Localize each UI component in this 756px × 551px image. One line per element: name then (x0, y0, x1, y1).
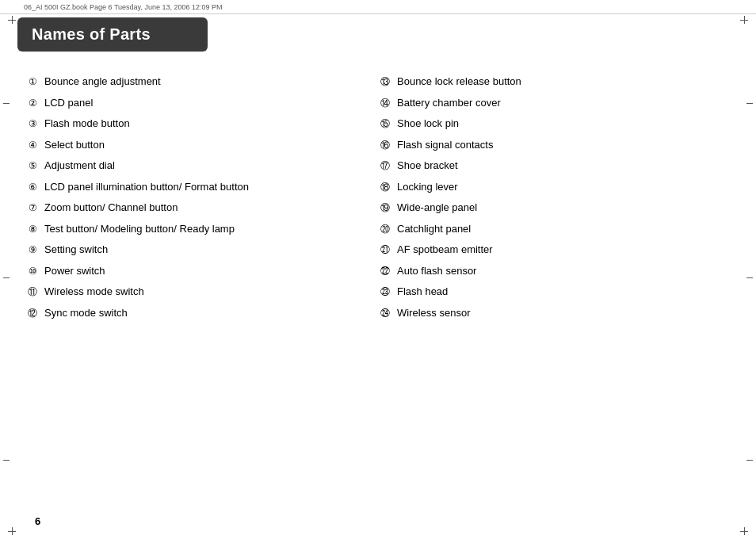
list-item: ⑳ Catchlight panel (378, 221, 731, 237)
side-mark-left-bot (3, 460, 10, 461)
item-text: Battery chamber cover (397, 95, 501, 111)
list-item: ⑭ Battery chamber cover (378, 95, 731, 111)
item-text: Test button/ Modeling button/ Ready lamp (44, 221, 235, 237)
list-item: ② LCD panel (25, 95, 378, 111)
item-text: LCD panel illumination button/ Format bu… (44, 179, 249, 195)
side-mark-right-mid (746, 277, 753, 278)
item-number: ⑰ (378, 161, 392, 170)
item-number: ⑫ (25, 308, 40, 318)
list-item: ⑯ Flash signal contacts (378, 137, 731, 153)
item-number: ⑦ (25, 203, 40, 212)
side-mark-left-mid (3, 277, 10, 278)
list-item: ㉒ Auto flash sensor (378, 263, 731, 279)
side-mark-right-bot (746, 460, 753, 461)
top-bar: 06_AI 500I GZ.book Page 6 Tuesday, June … (0, 0, 756, 14)
item-number: ④ (25, 140, 40, 150)
item-number: ⑪ (25, 287, 40, 297)
corner-mark-br (740, 527, 748, 535)
title-banner: Names of Parts (17, 17, 208, 52)
item-number: ⑨ (25, 245, 40, 254)
item-number: ⑤ (25, 161, 40, 170)
right-column: ⑬ Bounce lock release button ⑭ Battery c… (378, 74, 731, 320)
item-number: ① (25, 77, 40, 86)
item-number: ③ (25, 119, 40, 128)
item-text: Wireless mode switch (44, 284, 144, 300)
list-item: ㉓ Flash head (378, 284, 731, 300)
list-item: ⑩ Power switch (25, 263, 378, 279)
list-item: ④ Select button (25, 137, 378, 153)
list-item: ⑫ Sync mode switch (25, 305, 378, 321)
list-item: ⑥ LCD panel illumination button/ Format … (25, 179, 378, 195)
item-number: ㉓ (378, 287, 392, 297)
item-number: ⑧ (25, 224, 40, 234)
list-item: ⑮ Shoe lock pin (378, 116, 731, 132)
list-item: ⑦ Zoom button/ Channel button (25, 200, 378, 216)
list-item: ③ Flash mode button (25, 116, 378, 132)
item-text: Select button (44, 137, 105, 153)
item-number: ㉔ (378, 308, 392, 318)
corner-mark-tr (740, 16, 748, 24)
item-text: Locking lever (397, 179, 458, 195)
item-text: LCD panel (44, 95, 93, 111)
item-number: ⑳ (378, 224, 392, 234)
content-area: Names of Parts ① Bounce angle adjustment… (17, 17, 739, 534)
item-text: Adjustment dial (44, 158, 115, 174)
parts-list: ① Bounce angle adjustment ② LCD panel ③ … (17, 74, 739, 320)
list-item: ⑤ Adjustment dial (25, 158, 378, 174)
corner-mark-tl (8, 16, 16, 24)
page-number: 6 (35, 515, 40, 527)
item-number: ⑬ (378, 77, 392, 86)
left-column: ① Bounce angle adjustment ② LCD panel ③ … (25, 74, 378, 320)
page-container: 06_AI 500I GZ.book Page 6 Tuesday, June … (0, 0, 756, 551)
side-mark-left-top (3, 103, 10, 104)
item-number: ㉒ (378, 266, 392, 276)
item-number: ⑩ (25, 266, 40, 276)
top-bar-text: 06_AI 500I GZ.book Page 6 Tuesday, June … (24, 3, 223, 11)
item-text: Zoom button/ Channel button (44, 200, 178, 216)
item-text: Wireless sensor (397, 305, 470, 321)
item-number: ㉑ (378, 245, 392, 254)
item-number: ⑱ (378, 182, 392, 192)
item-number: ⑲ (378, 203, 392, 212)
item-text: Sync mode switch (44, 305, 128, 321)
list-item: ⑱ Locking lever (378, 179, 731, 195)
item-text: Flash mode button (44, 116, 130, 132)
item-text: Setting switch (44, 242, 108, 258)
item-text: Bounce lock release button (397, 74, 521, 90)
list-item: ⑧ Test button/ Modeling button/ Ready la… (25, 221, 378, 237)
item-text: AF spotbeam emitter (397, 242, 493, 258)
item-text: Flash signal contacts (397, 137, 493, 153)
list-item: ⑬ Bounce lock release button (378, 74, 731, 90)
item-text: Shoe bracket (397, 158, 458, 174)
item-text: Bounce angle adjustment (44, 74, 161, 90)
item-text: Auto flash sensor (397, 263, 476, 279)
item-number: ⑯ (378, 140, 392, 150)
list-item: ㉑ AF spotbeam emitter (378, 242, 731, 258)
side-mark-right-top (746, 103, 753, 104)
list-item: ⑰ Shoe bracket (378, 158, 731, 174)
list-item: ⑪ Wireless mode switch (25, 284, 378, 300)
item-text: Flash head (397, 284, 448, 300)
list-item: ㉔ Wireless sensor (378, 305, 731, 321)
list-item: ⑨ Setting switch (25, 242, 378, 258)
item-number: ⑮ (378, 119, 392, 128)
item-text: Catchlight panel (397, 221, 471, 237)
item-number: ② (25, 98, 40, 108)
item-text: Power switch (44, 263, 105, 279)
list-item: ① Bounce angle adjustment (25, 74, 378, 90)
item-number: ⑥ (25, 182, 40, 192)
item-number: ⑭ (378, 98, 392, 108)
item-text: Wide-angle panel (397, 200, 477, 216)
corner-mark-bl (8, 527, 16, 535)
page-title: Names of Parts (32, 25, 193, 44)
item-text: Shoe lock pin (397, 116, 459, 132)
list-item: ⑲ Wide-angle panel (378, 200, 731, 216)
